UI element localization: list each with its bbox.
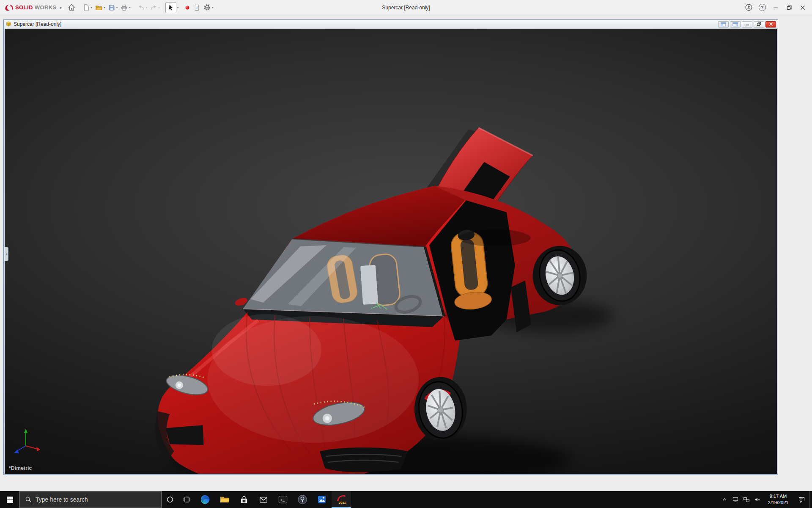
select-tool-dropdown[interactable]: ▾ [177, 6, 179, 9]
edge-icon [200, 494, 210, 505]
menu-expand-arrow[interactable]: ▸ [60, 5, 62, 10]
volume-tray-button[interactable] [752, 491, 763, 508]
pane-right-icon [732, 22, 738, 27]
new-document-button[interactable]: ▾ [81, 2, 94, 13]
print-button[interactable]: ▾ [119, 2, 132, 13]
microsoft-store-icon [239, 495, 249, 504]
graphics-viewport[interactable]: *Dimetric ◂ [5, 29, 777, 474]
start-button[interactable] [0, 491, 19, 508]
solidworks-app-icon: 2021 [336, 494, 347, 505]
windows-taskbar: >_ 2021 [0, 491, 812, 508]
terminal-app-button[interactable]: >_ [273, 491, 293, 508]
select-cursor-icon [167, 4, 175, 11]
print-icon [120, 4, 128, 11]
new-document-dropdown[interactable]: ▾ [91, 6, 93, 9]
redo-dropdown[interactable]: ▾ [158, 6, 160, 9]
document-window: Supercar [Read-only] [3, 19, 778, 475]
doc-minimize-icon [745, 22, 750, 26]
coordinate-triad [11, 427, 44, 455]
app-window-title: Supercar [Read-only] [382, 5, 430, 11]
options-dropdown[interactable]: ▾ [212, 6, 214, 9]
display-pane-left-button[interactable] [718, 21, 729, 28]
taskbar-search-box[interactable] [19, 491, 162, 508]
svg-text:>_: >_ [280, 498, 285, 502]
undo-dropdown[interactable]: ▾ [146, 6, 148, 9]
app-window-controls: ? [742, 0, 809, 15]
mail-app-button[interactable] [254, 491, 273, 508]
display-pane-right-button[interactable] [730, 21, 741, 28]
app-minimize-button[interactable] [769, 0, 782, 15]
store-app-button[interactable] [234, 491, 254, 508]
photos-app-button[interactable] [312, 491, 332, 508]
featuremanager-collapsed-tab[interactable]: ◂ [5, 247, 8, 261]
file-explorer-app-button[interactable] [215, 491, 234, 508]
brand-text-solid: SOLID [15, 4, 33, 11]
system-tray: 9:17 AM 2/19/2021 [719, 491, 812, 508]
pane-left-icon [721, 22, 726, 27]
hidden-icons-button[interactable] [719, 491, 730, 508]
undo-button[interactable]: ▾ [136, 2, 149, 13]
display-tray-button[interactable] [730, 491, 741, 508]
doc-close-icon [768, 22, 774, 26]
file-properties-icon [193, 4, 200, 11]
edge-app-button[interactable] [195, 491, 215, 508]
photos-icon [317, 494, 327, 505]
redo-icon [150, 4, 157, 11]
doc-minimize-button[interactable] [742, 21, 752, 28]
supercar-3d-model[interactable] [5, 29, 777, 474]
account-button[interactable] [742, 0, 755, 15]
task-view-icon [183, 496, 191, 503]
save-button[interactable]: ▾ [107, 2, 119, 13]
open-dropdown[interactable]: ▾ [104, 6, 105, 9]
show-desktop-button[interactable] [809, 491, 812, 508]
network-tray-button[interactable] [741, 491, 752, 508]
mail-icon [259, 495, 268, 504]
action-center-icon [798, 496, 805, 503]
save-dropdown[interactable]: ▾ [116, 6, 118, 9]
action-center-button[interactable] [793, 491, 809, 508]
gear-icon [203, 3, 211, 11]
help-icon: ? [759, 4, 766, 11]
brand-text-works: WORKS [35, 4, 57, 11]
clock-date: 2/19/2021 [768, 500, 789, 506]
open-button[interactable]: ▾ [93, 2, 107, 13]
document-title: Supercar [Read-only] [14, 21, 61, 27]
task-view-button[interactable] [178, 491, 195, 508]
assembly-document-icon [5, 21, 11, 27]
restore-icon [786, 5, 792, 11]
options-button[interactable]: ▾ [202, 2, 215, 13]
solidworks-app-button[interactable]: 2021 [332, 491, 351, 508]
rebuild-stoplight-icon [184, 4, 191, 11]
quick-access-toolbar: ▾ ▾ ▾ [66, 2, 218, 13]
app-close-button[interactable] [796, 0, 809, 15]
display-icon [732, 496, 739, 503]
document-titlebar[interactable]: Supercar [Read-only] [4, 20, 778, 29]
cortana-button[interactable] [162, 491, 178, 508]
home-button[interactable] [66, 2, 77, 13]
help-button[interactable]: ? [755, 0, 769, 15]
doc-close-button[interactable] [765, 21, 776, 28]
clock-time: 9:17 AM [770, 493, 787, 500]
cortana-icon [166, 496, 174, 503]
doc-restore-button[interactable] [754, 21, 764, 28]
rebuild-button[interactable] [183, 2, 192, 13]
network-icon [743, 496, 750, 503]
home-icon [68, 3, 76, 11]
round-dark-app-icon [297, 494, 307, 505]
solidworks-logo: SOLIDWORKS [3, 4, 58, 11]
search-input[interactable] [36, 496, 156, 503]
app-restore-button[interactable] [782, 0, 796, 15]
search-icon [25, 496, 32, 503]
print-dropdown[interactable]: ▾ [129, 6, 131, 9]
file-properties-button[interactable] [192, 2, 202, 13]
view-orientation-label: *Dimetric [9, 465, 32, 471]
windows-logo-icon [6, 496, 14, 503]
select-tool-button[interactable] [165, 2, 176, 13]
doc-restore-icon [757, 22, 762, 26]
account-icon [745, 3, 753, 11]
close-icon [800, 5, 806, 11]
round-dark-app-button[interactable] [293, 491, 312, 508]
redo-button[interactable]: ▾ [148, 2, 161, 13]
terminal-icon: >_ [278, 494, 288, 505]
taskbar-clock[interactable]: 9:17 AM 2/19/2021 [763, 491, 793, 508]
